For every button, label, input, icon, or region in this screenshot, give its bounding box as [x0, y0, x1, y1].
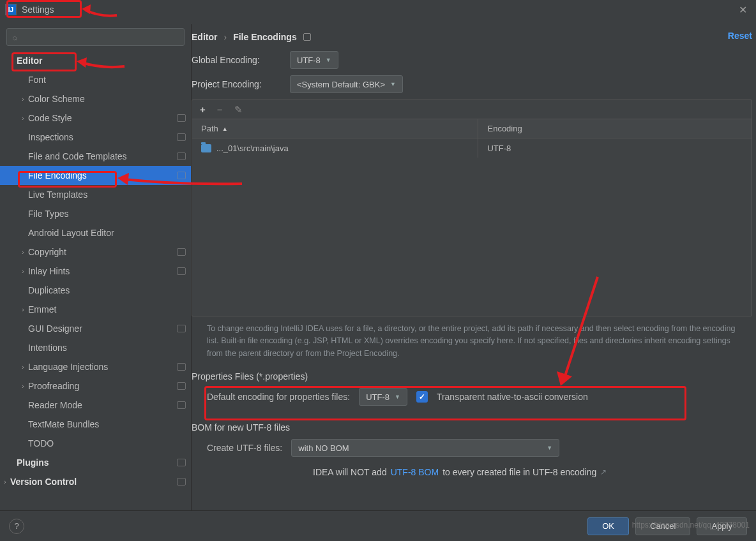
- search-input[interactable]: ⌕: [6, 28, 185, 46]
- col-encoding[interactable]: Encoding: [478, 119, 752, 138]
- col-encoding-label: Encoding: [487, 124, 522, 133]
- sidebar-item-todo[interactable]: TODO: [0, 434, 191, 453]
- chevron-down-icon: ▼: [326, 57, 331, 63]
- col-path[interactable]: Path ▲: [192, 119, 478, 138]
- sidebar-item-code-style[interactable]: ›Code Style: [0, 108, 191, 128]
- sidebar-item-inspections[interactable]: Inspections: [0, 128, 191, 147]
- sidebar-item-proofreading[interactable]: ›Proofreading: [0, 376, 191, 396]
- close-icon[interactable]: ✕: [739, 4, 747, 16]
- sidebar-item-android-layout-editor[interactable]: Android Layout Editor: [0, 223, 191, 242]
- sidebar-item-label: Version Control: [10, 477, 177, 487]
- sidebar-item-label: Inspections: [28, 132, 177, 142]
- sidebar-item-file-types[interactable]: File Types: [0, 204, 191, 223]
- sidebar-item-reader-mode[interactable]: Reader Mode: [0, 396, 191, 415]
- sidebar-item-label: Copyright: [28, 247, 177, 257]
- scope-icon: [177, 172, 186, 179]
- properties-encoding-value: UTF-8: [366, 392, 389, 402]
- sidebar-item-label: Language Injections: [28, 362, 177, 372]
- bom-section-title: BOM for new UTF-8 files: [192, 422, 756, 433]
- chevron-right-icon: ›: [18, 249, 28, 256]
- sidebar-item-textmate-bundles[interactable]: TextMate Bundles: [0, 415, 191, 434]
- help-button[interactable]: ?: [9, 519, 24, 534]
- window-title: Settings: [22, 4, 54, 15]
- chevron-right-icon: ›: [18, 268, 28, 275]
- chevron-right-icon: ›: [18, 306, 28, 313]
- sidebar-item-duplicates[interactable]: Duplicates: [0, 281, 191, 300]
- chevron-down-icon: ▼: [390, 81, 396, 87]
- search-wrap: ⌕: [0, 24, 191, 51]
- remove-icon[interactable]: −: [217, 104, 223, 115]
- sidebar-item-intentions[interactable]: Intentions: [0, 338, 191, 357]
- properties-default-label: Default encoding for properties files:: [207, 392, 350, 402]
- scope-icon: [177, 459, 186, 466]
- add-icon[interactable]: +: [200, 104, 206, 115]
- properties-encoding-combo[interactable]: UTF-8 ▼: [359, 388, 407, 406]
- ok-button[interactable]: OK: [587, 517, 629, 535]
- chevron-right-icon: ›: [18, 96, 28, 103]
- watermark: https://blog.csdn.net/qq_42778001: [632, 521, 750, 530]
- bom-row: Create UTF-8 files: with NO BOM ▼: [192, 439, 756, 457]
- breadcrumb-root: Editor: [192, 32, 217, 42]
- chevron-right-icon: ›: [18, 383, 28, 390]
- sidebar-item-gui-designer[interactable]: GUI Designer: [0, 319, 191, 338]
- global-encoding-label: Global Encoding:: [192, 55, 281, 65]
- reset-link[interactable]: Reset: [728, 31, 752, 41]
- transparent-ascii-checkbox[interactable]: ✓: [416, 391, 428, 403]
- sidebar-item-label: Inlay Hints: [28, 266, 177, 276]
- sidebar-item-color-scheme[interactable]: ›Color Scheme: [0, 89, 191, 108]
- sidebar-item-version-control[interactable]: ›Version Control: [0, 472, 191, 491]
- project-encoding-value: <System Default: GBK>: [297, 80, 385, 89]
- sidebar-item-label: Editor: [17, 56, 186, 66]
- project-encoding-row: Project Encoding: <System Default: GBK> …: [192, 75, 756, 93]
- scope-icon: [177, 114, 186, 122]
- titlebar: IJ Settings ✕: [0, 0, 756, 19]
- encoding-cell: UTF-8: [487, 144, 511, 153]
- bom-combo[interactable]: with NO BOM ▼: [291, 439, 559, 457]
- sidebar-item-label: Font: [28, 75, 186, 85]
- app-icon: IJ: [5, 4, 17, 15]
- sidebar-item-label: TODO: [28, 438, 186, 448]
- scope-icon: [177, 267, 186, 275]
- scope-icon: [177, 133, 186, 141]
- sidebar-item-file-and-code-templates[interactable]: File and Code Templates: [0, 147, 191, 166]
- sort-asc-icon: ▲: [222, 126, 228, 132]
- global-encoding-value: UTF-8: [297, 56, 321, 65]
- sidebar-item-editor[interactable]: Editor: [0, 51, 191, 70]
- settings-tree[interactable]: EditorFont›Color Scheme›Code StyleInspec…: [0, 51, 191, 510]
- scope-icon: [177, 363, 186, 371]
- folder-icon: [201, 144, 211, 152]
- sidebar-item-live-templates[interactable]: Live Templates: [0, 185, 191, 204]
- create-utf8-label: Create UTF-8 files:: [207, 443, 282, 453]
- sidebar-item-language-injections[interactable]: ›Language Injections: [0, 357, 191, 376]
- encoding-table-header[interactable]: Path ▲ Encoding: [192, 119, 752, 138]
- sidebar-item-label: Code Style: [28, 113, 177, 123]
- scope-icon: [177, 152, 186, 160]
- sidebar-item-plugins[interactable]: Plugins: [0, 453, 191, 472]
- sidebar-item-label: Duplicates: [28, 285, 186, 295]
- scope-icon: [177, 248, 186, 256]
- sidebar-item-label: Android Layout Editor: [28, 228, 186, 238]
- chevron-down-icon: ▼: [395, 394, 400, 400]
- sidebar-item-file-encodings[interactable]: File Encodings: [0, 166, 191, 185]
- breadcrumb: Editor › File Encodings: [192, 27, 746, 51]
- main-area: ⌕ EditorFont›Color Scheme›Code StyleInsp…: [0, 24, 756, 510]
- sidebar-item-copyright[interactable]: ›Copyright: [0, 242, 191, 262]
- sidebar-item-label: Proofreading: [28, 381, 177, 391]
- encoding-table: + − ✎ Path ▲ Encoding ..._01\src\main\ja…: [192, 100, 752, 316]
- project-encoding-combo[interactable]: <System Default: GBK> ▼: [290, 75, 403, 93]
- sidebar: ⌕ EditorFont›Color Scheme›Code StyleInsp…: [0, 24, 192, 510]
- bom-note: IDEA will NOT add UTF-8 BOM to every cre…: [313, 467, 756, 477]
- sidebar-item-label: GUI Designer: [28, 323, 177, 334]
- sidebar-item-font[interactable]: Font: [0, 70, 191, 89]
- sidebar-item-inlay-hints[interactable]: ›Inlay Hints: [0, 262, 191, 281]
- properties-row: Default encoding for properties files: U…: [192, 388, 756, 406]
- sidebar-item-label: File Types: [28, 209, 186, 219]
- table-row[interactable]: ..._01\src\main\javaUTF-8: [192, 138, 752, 158]
- sidebar-item-emmet[interactable]: ›Emmet: [0, 300, 191, 319]
- transparent-ascii-label: Transparent native-to-ascii conversion: [437, 392, 588, 402]
- bom-note-prefix: IDEA will NOT add: [313, 467, 387, 477]
- bom-link[interactable]: UTF-8 BOM: [391, 467, 439, 477]
- edit-icon[interactable]: ✎: [234, 104, 243, 115]
- encoding-table-body: ..._01\src\main\javaUTF-8: [192, 138, 752, 158]
- global-encoding-combo[interactable]: UTF-8 ▼: [290, 51, 338, 69]
